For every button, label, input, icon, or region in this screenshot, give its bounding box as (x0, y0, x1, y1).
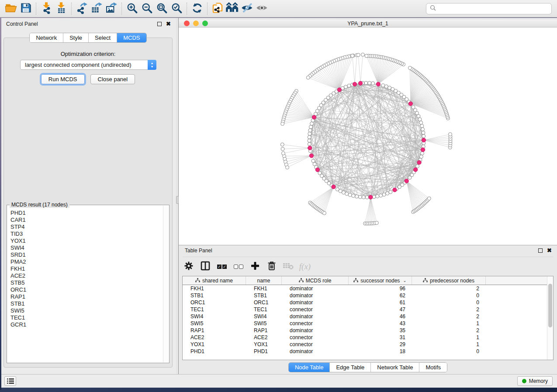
export-table-button[interactable] (89, 2, 104, 16)
satellite-node[interactable] (449, 133, 452, 136)
ring-node[interactable] (381, 84, 385, 87)
cell-shared_name[interactable]: STB1 (183, 292, 246, 299)
mcds-hub-node[interactable] (414, 168, 418, 172)
tab-mcds[interactable]: MCDS (117, 33, 146, 42)
satellite-node[interactable] (365, 54, 368, 58)
mcds-hub-node[interactable] (376, 82, 380, 86)
ring-node[interactable] (348, 193, 352, 196)
mcds-hub-node[interactable] (353, 82, 356, 86)
cell-shared_name[interactable]: SWI5 (183, 320, 246, 327)
tab-select[interactable]: Select (88, 33, 117, 42)
cell-name[interactable]: TEC1 (246, 306, 282, 313)
panel-list-icon[interactable] (4, 376, 16, 386)
ring-node[interactable] (308, 132, 311, 135)
hide-selected-button[interactable] (240, 2, 255, 16)
cell-mcds_role[interactable]: dominator (282, 313, 349, 320)
table-panel-close-button[interactable]: ✖ (547, 248, 552, 253)
ring-node[interactable] (308, 139, 311, 142)
import-network-button[interactable] (39, 2, 54, 16)
ring-node[interactable] (362, 196, 365, 199)
mcds-result-item[interactable]: PMA2 (10, 258, 160, 265)
cell-mcds_role[interactable]: connector (282, 341, 349, 347)
mcds-result-item[interactable]: GCR1 (10, 321, 160, 328)
cell-successor_nodes[interactable]: 18 (349, 348, 412, 354)
cell-predecessor_nodes[interactable]: 2 (412, 313, 486, 320)
search-input[interactable] (439, 6, 548, 12)
mcds-result-item[interactable]: SWI5 (10, 307, 160, 314)
add-column-button[interactable] (249, 260, 262, 274)
show-all-button[interactable] (255, 2, 270, 16)
satellite-node[interactable] (427, 197, 431, 200)
mcds-result-item[interactable]: STP4 (10, 224, 160, 230)
cell-predecessor_nodes[interactable]: 2 (412, 327, 486, 334)
cell-name[interactable]: RAP1 (246, 327, 282, 334)
cell-successor_nodes[interactable]: 96 (349, 285, 412, 292)
ring-node[interactable] (412, 106, 415, 109)
ring-node[interactable] (308, 142, 311, 146)
ring-node[interactable] (376, 195, 379, 198)
mcds-hub-node[interactable] (315, 168, 319, 172)
ring-node[interactable] (416, 165, 419, 168)
cell-predecessor_nodes[interactable]: 1 (412, 320, 486, 327)
export-image-button[interactable] (104, 2, 119, 16)
deselect-all-rows-button[interactable] (232, 260, 245, 274)
mcds-hub-node[interactable] (312, 115, 316, 119)
table-row[interactable]: FKH1FKH1dominator962 (183, 285, 547, 292)
ring-node[interactable] (419, 121, 423, 124)
table-settings-gear-button[interactable] (182, 260, 195, 274)
cell-mcds_role[interactable]: dominator (282, 327, 349, 334)
optimization-criterion-select[interactable]: largest connected component (undirected)… (20, 60, 156, 70)
control-panel-close-button[interactable]: ✖ (166, 22, 171, 26)
cell-successor_nodes[interactable]: 31 (349, 334, 412, 340)
mcds-hub-node[interactable] (359, 81, 363, 85)
ring-node[interactable] (382, 193, 386, 196)
ring-node[interactable] (421, 127, 425, 131)
mcds-hub-node[interactable] (421, 148, 425, 152)
mcds-result-item[interactable]: TEC1 (10, 314, 160, 321)
tab-edge-table[interactable]: Edge Table (329, 363, 370, 372)
cell-mcds_role[interactable]: connector (282, 320, 349, 327)
column-header-successor-nodes[interactable]: successor nodes⌄ (349, 276, 412, 285)
ring-node[interactable] (388, 86, 391, 89)
select-all-rows-button[interactable]: ✓✓ (215, 260, 228, 274)
cell-mcds_role[interactable]: dominator (282, 348, 349, 354)
ring-node[interactable] (419, 155, 423, 158)
satellite-node[interactable] (286, 166, 289, 169)
cell-successor_nodes[interactable]: 62 (349, 292, 412, 299)
cell-predecessor_nodes[interactable]: 0 (412, 292, 486, 299)
mcds-hub-node[interactable] (332, 185, 336, 189)
table-row[interactable]: RAP1RAP1dominator352 (183, 327, 547, 334)
mcds-hub-node[interactable] (417, 161, 421, 165)
table-vertical-scrollbar[interactable] (547, 276, 553, 360)
mcds-result-item[interactable]: PHD1 (10, 210, 160, 217)
satellite-node[interactable] (323, 211, 326, 215)
satellite-node[interactable] (281, 147, 284, 151)
ring-node[interactable] (352, 194, 355, 198)
mcds-result-item[interactable]: FKH1 (10, 265, 160, 272)
cell-predecessor_nodes[interactable]: 2 (412, 285, 486, 292)
memory-button[interactable]: Memory (517, 376, 553, 386)
mcds-result-item[interactable]: SWI4 (10, 244, 160, 251)
first-neighbors-button[interactable] (225, 2, 240, 16)
zoom-selected-button[interactable] (169, 2, 184, 16)
cell-successor_nodes[interactable]: 46 (349, 313, 412, 320)
ring-node[interactable] (309, 125, 313, 129)
mcds-hub-node[interactable] (408, 102, 412, 106)
satellite-node[interactable] (408, 66, 412, 70)
satellite-node[interactable] (281, 151, 285, 155)
mcds-hub-node[interactable] (393, 188, 397, 192)
mcds-result-item[interactable]: RAP1 (10, 293, 160, 300)
import-table-button[interactable] (54, 2, 69, 16)
mcds-result-item[interactable]: STB5 (10, 279, 160, 286)
mcds-hub-node[interactable] (422, 138, 426, 142)
column-header-MCDS-role[interactable]: MCDS role (282, 276, 349, 285)
cell-shared_name[interactable]: PHD1 (183, 348, 246, 354)
ring-node[interactable] (355, 195, 359, 198)
column-header-name[interactable]: name (246, 276, 282, 285)
cell-mcds_role[interactable]: dominator (282, 299, 349, 306)
ring-node[interactable] (421, 151, 424, 155)
cell-predecessor_nodes[interactable]: 1 (412, 341, 486, 347)
satellite-node[interactable] (280, 143, 284, 146)
table-row[interactable]: STB1STB1dominator620 (183, 292, 547, 299)
mcds-result-item[interactable]: STB1 (10, 300, 160, 307)
